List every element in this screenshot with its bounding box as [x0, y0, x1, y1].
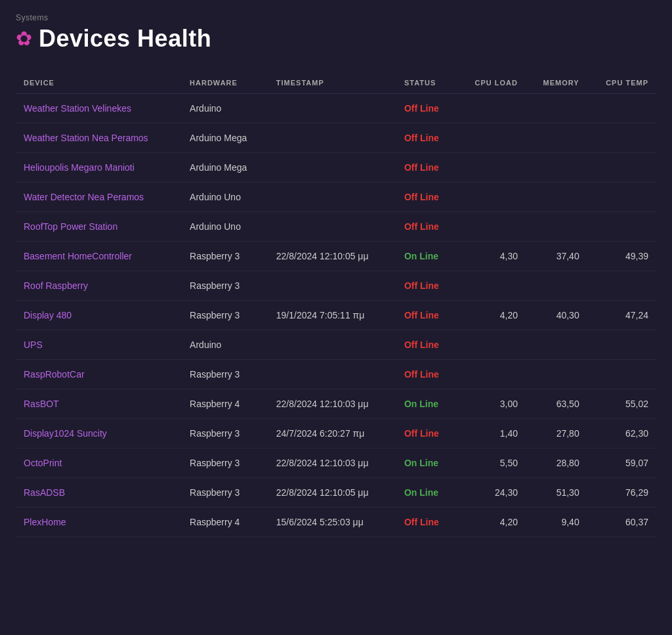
cpu-temp-cell: [587, 360, 656, 389]
status-cell: On Line: [396, 242, 456, 271]
cpu-temp-cell: 49,39: [587, 242, 656, 271]
status-cell: Off Line: [396, 212, 456, 242]
timestamp-cell: 24/7/2024 6:20:27 πμ: [268, 419, 396, 449]
col-device: DEVICE: [16, 72, 182, 94]
cpu-load-cell: 3,00: [456, 389, 526, 419]
timestamp-cell: [268, 153, 396, 183]
status-cell: Off Line: [396, 123, 456, 153]
cpu-temp-cell: [587, 94, 656, 123]
table-row: Helioupolis Megaro ManiotiArduino MegaOf…: [16, 153, 656, 183]
status-cell: On Line: [396, 389, 456, 419]
device-name-cell[interactable]: Weather Station Nea Peramos: [16, 123, 182, 153]
col-cpu-load: CPU LOAD: [456, 72, 526, 94]
status-cell: Off Line: [396, 271, 456, 301]
hardware-cell: Arduino Uno: [182, 183, 268, 212]
page-header: ✿ Devices Health: [16, 25, 656, 53]
cpu-load-cell: [456, 123, 526, 153]
hardware-cell: Arduino Mega: [182, 153, 268, 183]
table-row: OctoPrintRaspberry 322/8/2024 12:10:03 μ…: [16, 449, 656, 478]
cpu-temp-cell: [587, 123, 656, 153]
col-timestamp: TIMESTAMP: [268, 72, 396, 94]
table-row: Weather Station VelinekesArduinoOff Line: [16, 94, 656, 123]
device-name-cell[interactable]: RasADSB: [16, 478, 182, 508]
timestamp-cell: [268, 212, 396, 242]
device-name-cell[interactable]: Weather Station Velinekes: [16, 94, 182, 123]
device-name-cell[interactable]: Water Detector Nea Peramos: [16, 183, 182, 212]
table-row: RaspRobotCarRaspberry 3Off Line: [16, 360, 656, 389]
cpu-load-cell: [456, 212, 526, 242]
status-cell: Off Line: [396, 301, 456, 330]
hardware-cell: Raspberry 3: [182, 271, 268, 301]
status-cell: Off Line: [396, 508, 456, 537]
page-title: Devices Health: [39, 25, 211, 53]
cpu-load-cell: [456, 153, 526, 183]
table-row: Basement HomeControllerRaspberry 322/8/2…: [16, 242, 656, 271]
device-name-cell[interactable]: RaspRobotCar: [16, 360, 182, 389]
cpu-load-cell: 4,30: [456, 242, 526, 271]
cpu-temp-cell: 62,30: [587, 419, 656, 449]
memory-cell: 51,30: [526, 478, 587, 508]
cpu-temp-cell: 60,37: [587, 508, 656, 537]
cpu-load-cell: 4,20: [456, 508, 526, 537]
device-name-cell[interactable]: Roof Raspberry: [16, 271, 182, 301]
memory-cell: [526, 94, 587, 123]
table-row: Weather Station Nea PeramosArduino MegaO…: [16, 123, 656, 153]
table-row: RasBOTRaspberry 422/8/2024 12:10:03 μμOn…: [16, 389, 656, 419]
timestamp-cell: [268, 360, 396, 389]
hardware-cell: Arduino: [182, 94, 268, 123]
status-cell: Off Line: [396, 330, 456, 360]
status-cell: Off Line: [396, 153, 456, 183]
device-name-cell[interactable]: Helioupolis Megaro Manioti: [16, 153, 182, 183]
hardware-cell: Raspberry 4: [182, 389, 268, 419]
device-name-cell[interactable]: Basement HomeController: [16, 242, 182, 271]
col-memory: MEMORY: [526, 72, 587, 94]
cpu-temp-cell: 47,24: [587, 301, 656, 330]
device-name-cell[interactable]: PlexHome: [16, 508, 182, 537]
breadcrumb: Systems: [16, 13, 656, 22]
cpu-temp-cell: [587, 183, 656, 212]
table-header-row: DEVICE HARDWARE TIMESTAMP STATUS CPU LOA…: [16, 72, 656, 94]
device-name-cell[interactable]: Display1024 Suncity: [16, 419, 182, 449]
status-cell: Off Line: [396, 183, 456, 212]
col-hardware: HARDWARE: [182, 72, 268, 94]
cpu-temp-cell: [587, 271, 656, 301]
device-name-cell[interactable]: Display 480: [16, 301, 182, 330]
status-cell: Off Line: [396, 360, 456, 389]
memory-cell: 9,40: [526, 508, 587, 537]
hardware-cell: Arduino Mega: [182, 123, 268, 153]
timestamp-cell: 22/8/2024 12:10:03 μμ: [268, 449, 396, 478]
table-row: Display 480Raspberry 319/1/2024 7:05:11 …: [16, 301, 656, 330]
cpu-load-cell: [456, 271, 526, 301]
cpu-temp-cell: [587, 153, 656, 183]
hardware-cell: Raspberry 4: [182, 508, 268, 537]
device-name-cell[interactable]: UPS: [16, 330, 182, 360]
cpu-load-cell: [456, 330, 526, 360]
hardware-cell: Raspberry 3: [182, 360, 268, 389]
timestamp-cell: [268, 330, 396, 360]
table-row: Display1024 SuncityRaspberry 324/7/2024 …: [16, 419, 656, 449]
device-name-cell[interactable]: RasBOT: [16, 389, 182, 419]
cpu-load-cell: [456, 94, 526, 123]
memory-cell: 27,80: [526, 419, 587, 449]
memory-cell: [526, 123, 587, 153]
memory-cell: 40,30: [526, 301, 587, 330]
status-cell: Off Line: [396, 419, 456, 449]
cpu-load-cell: [456, 183, 526, 212]
cpu-load-cell: [456, 360, 526, 389]
memory-cell: [526, 360, 587, 389]
hardware-cell: Raspberry 3: [182, 301, 268, 330]
memory-cell: 37,40: [526, 242, 587, 271]
hardware-cell: Raspberry 3: [182, 449, 268, 478]
device-name-cell[interactable]: OctoPrint: [16, 449, 182, 478]
table-row: RasADSBRaspberry 322/8/2024 12:10:05 μμO…: [16, 478, 656, 508]
timestamp-cell: 22/8/2024 12:10:05 μμ: [268, 478, 396, 508]
table-row: Water Detector Nea PeramosArduino UnoOff…: [16, 183, 656, 212]
cpu-load-cell: 5,50: [456, 449, 526, 478]
memory-cell: [526, 212, 587, 242]
status-cell: On Line: [396, 449, 456, 478]
table-row: UPSArduinoOff Line: [16, 330, 656, 360]
hardware-cell: Raspberry 3: [182, 242, 268, 271]
device-name-cell[interactable]: RoofTop Power Station: [16, 212, 182, 242]
memory-cell: 28,80: [526, 449, 587, 478]
hardware-cell: Raspberry 3: [182, 419, 268, 449]
